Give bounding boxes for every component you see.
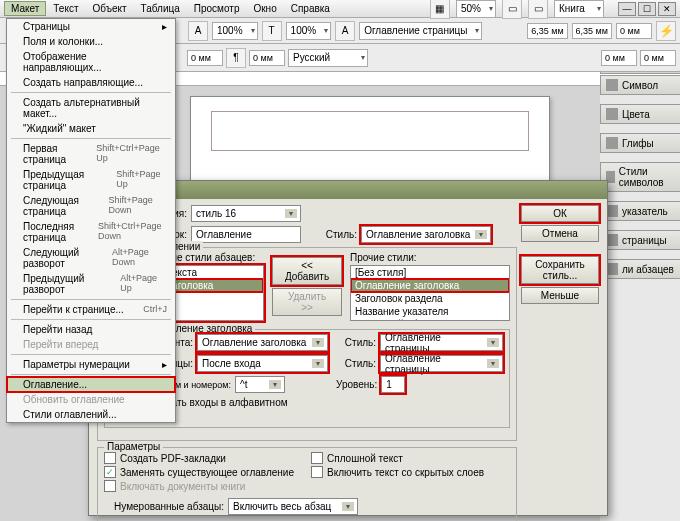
dd-last-page[interactable]: Последняя страницаShift+Ctrl+Page Down [7, 219, 175, 245]
page-style-combo[interactable]: Оглавление страницы [380, 355, 503, 372]
toolbar-icon[interactable]: ▦ [430, 0, 450, 19]
character-icon [606, 79, 618, 91]
panel-pages[interactable]: страницы [600, 230, 680, 250]
level-label: Уровень: [336, 379, 377, 390]
view-mode-icon[interactable]: ▭ [502, 0, 522, 19]
dd-go-back[interactable]: Перейти назад [7, 322, 175, 337]
menu-view[interactable]: Просмотр [187, 1, 247, 16]
list-item[interactable]: Название указателя [351, 305, 509, 318]
align-icon[interactable]: A [335, 21, 355, 41]
style-label: Стиль: [321, 229, 357, 240]
dd-prev-page[interactable]: Предыдущая страницаShift+Page Up [7, 167, 175, 193]
panel-para-styles[interactable]: ли абзацев [600, 259, 680, 279]
minimize-button[interactable]: — [618, 2, 636, 16]
dd-prev-spread[interactable]: Предыдущий разворотAlt+Page Up [7, 271, 175, 297]
scale-combo[interactable]: 100% [286, 22, 332, 40]
between-combo[interactable]: ^t [235, 376, 285, 393]
title-style-combo[interactable]: Оглавление заголовка [361, 226, 491, 243]
cancel-button[interactable]: Отмена [521, 225, 599, 242]
layout-dropdown: Страницы▸ Поля и колонки... Отображение … [6, 18, 176, 423]
dd-toc-styles[interactable]: Стили оглавлений... [7, 407, 175, 422]
lang-combo[interactable]: Русский [288, 49, 368, 67]
char-icon[interactable]: A [188, 21, 208, 41]
dd-pages[interactable]: Страницы▸ [7, 19, 175, 34]
right-panels: Абзац Символ Цвета Глифы Стили символов … [600, 54, 680, 280]
checkbox-icon [104, 480, 116, 492]
list-item[interactable]: [Основной абзац] [351, 318, 509, 321]
panel-character[interactable]: Символ [600, 75, 680, 95]
replace-toc-check[interactable]: ✓Заменять существующее оглавление [104, 466, 303, 478]
dd-update-toc: Обновить оглавление [7, 392, 175, 407]
panel-glyphs[interactable]: Глифы [600, 133, 680, 153]
panel-index[interactable]: указатель [600, 201, 680, 221]
list-item[interactable]: Заголовок раздела [351, 292, 509, 305]
menu-text[interactable]: Текст [46, 1, 85, 16]
dd-margins[interactable]: Поля и колонки... [7, 34, 175, 49]
dd-next-spread[interactable]: Следующий разворотAlt+Page Down [7, 245, 175, 271]
menu-help[interactable]: Справка [284, 1, 337, 16]
remove-button[interactable]: Удалить >> [272, 288, 342, 316]
entry-style-combo[interactable]: Оглавление страницы [380, 334, 503, 351]
margin-a[interactable]: 6,35 мм [527, 23, 567, 39]
colors-icon [606, 108, 618, 120]
spacing-field-2[interactable]: 0 мм [640, 50, 676, 66]
screen-mode-icon[interactable]: ▭ [528, 0, 548, 19]
menu-window[interactable]: Окно [246, 1, 283, 16]
solid-text-check[interactable]: Сплошной текст [311, 452, 510, 464]
checkbox-icon [104, 452, 116, 464]
maximize-button[interactable]: ☐ [638, 2, 656, 16]
font-size-combo[interactable]: 100% [212, 22, 258, 40]
para-icon[interactable]: ¶ [226, 48, 246, 68]
numbered-para-combo[interactable]: Включить весь абзац [228, 498, 358, 515]
toc-style-combo[interactable]: стиль 16 [191, 205, 301, 222]
indent-field-2[interactable]: 0 мм [249, 50, 285, 66]
numbered-para-label: Нумерованные абзацы: [104, 501, 224, 512]
margin-b[interactable]: 6,35 мм [572, 23, 612, 39]
menubar: Макет Текст Объект Таблица Просмотр Окно… [0, 0, 680, 18]
tt-icon[interactable]: T [262, 21, 282, 41]
level-input[interactable]: 1 [381, 376, 405, 393]
add-button[interactable]: << Добавить [272, 257, 342, 285]
panel-char-styles[interactable]: Стили символов [600, 162, 680, 192]
hidden-text-check[interactable]: Включить текст со скрытых слоев [311, 466, 510, 478]
checkbox-icon [311, 452, 323, 464]
list-item[interactable]: [Без стиля] [351, 266, 509, 279]
menu-object[interactable]: Объект [86, 1, 134, 16]
zoom-combo[interactable]: 50% [456, 0, 496, 18]
indent-field[interactable]: 0 мм [187, 50, 223, 66]
other-styles-label: Прочие стили: [350, 252, 510, 263]
text-frame[interactable] [211, 111, 529, 151]
menu-layout[interactable]: Макет [4, 1, 46, 16]
close-button[interactable]: ✕ [658, 2, 676, 16]
dd-alt-layout[interactable]: Создать альтернативный макет... [7, 95, 175, 121]
glyphs-icon [606, 137, 618, 149]
dd-toc[interactable]: Оглавление... [7, 377, 175, 392]
menu-table[interactable]: Таблица [134, 1, 187, 16]
list-item[interactable]: Оглавление заголовка [351, 279, 509, 292]
page-num-combo[interactable]: После входа [197, 355, 328, 372]
dd-guides-display[interactable]: Отображение направляющих... [7, 49, 175, 75]
right-style-label-2: Стиль: [336, 358, 376, 369]
include-book-check: Включать документы книги [104, 480, 303, 492]
spacing-field[interactable]: 0 мм [601, 50, 637, 66]
dd-first-page[interactable]: Первая страницаShift+Ctrl+Page Up [7, 141, 175, 167]
heading-input[interactable]: Оглавление [191, 226, 301, 243]
margin-c[interactable]: 0 мм [616, 23, 652, 39]
right-style-label-1: Стиль: [336, 337, 376, 348]
para-style-combo[interactable]: Оглавление страницы [359, 22, 482, 40]
book-combo[interactable]: Книга [554, 0, 604, 18]
panel-colors[interactable]: Цвета [600, 104, 680, 124]
dd-goto-page[interactable]: Перейти к странице...Ctrl+J [7, 302, 175, 317]
element-style-combo[interactable]: Оглавление заголовка [197, 334, 328, 351]
dd-next-page[interactable]: Следующая страницаShift+Page Down [7, 193, 175, 219]
lightning-icon[interactable]: ⚡ [656, 21, 676, 41]
save-style-button[interactable]: Сохранить стиль... [521, 256, 599, 284]
dd-numbering[interactable]: Параметры нумерации▸ [7, 357, 175, 372]
dd-liquid[interactable]: "Жидкий" макет [7, 121, 175, 136]
ok-button[interactable]: ОК [521, 205, 599, 222]
pdf-bookmarks-check[interactable]: Создать PDF-закладки [104, 452, 303, 464]
dd-go-forward: Перейти вперед [7, 337, 175, 352]
dd-create-guides[interactable]: Создать направляющие... [7, 75, 175, 90]
less-button[interactable]: Меньше [521, 287, 599, 304]
other-styles-list[interactable]: [Без стиля] Оглавление заголовка Заголов… [350, 265, 510, 321]
